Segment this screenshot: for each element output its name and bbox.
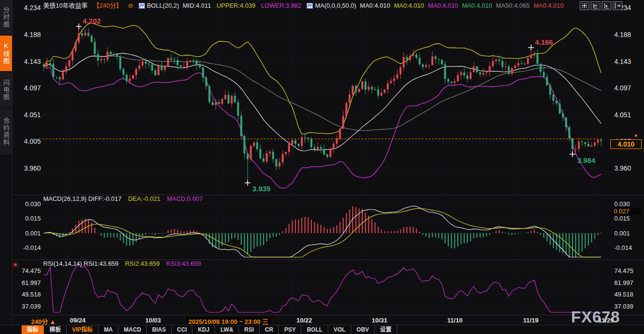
candle-body bbox=[438, 59, 440, 60]
candle-body bbox=[524, 64, 525, 64]
candle-body bbox=[352, 86, 354, 95]
period-badge[interactable]: 【240分】 bbox=[93, 2, 122, 9]
boll-indicator-icon[interactable] bbox=[139, 3, 145, 9]
candle-body bbox=[170, 58, 172, 60]
move-tool-icon[interactable] bbox=[580, 1, 589, 10]
high-annotation: 4.202 bbox=[83, 17, 101, 25]
ma-value-1: MA0:4.010 bbox=[360, 2, 390, 9]
toolbar-tab-RSI[interactable]: RSI bbox=[239, 325, 260, 334]
sidebar-tab-1[interactable]: 分时图 bbox=[0, 0, 12, 35]
candle-body bbox=[431, 56, 433, 65]
candle-body bbox=[212, 102, 214, 105]
candle-body bbox=[275, 159, 277, 167]
candle-body bbox=[78, 33, 80, 42]
rsi-axis-label-left: 37.039 bbox=[22, 303, 41, 310]
candle-body bbox=[75, 42, 77, 51]
candle-body bbox=[227, 95, 229, 104]
macd-axis-label-left: 0.001 bbox=[25, 230, 41, 237]
price-axis-label-left: 4.051 bbox=[24, 111, 41, 119]
toolbar-tab-KDJ[interactable]: KDJ bbox=[192, 325, 215, 334]
candle-body bbox=[597, 140, 599, 143]
boll-name: BOLL(20,2) bbox=[147, 2, 179, 9]
candle-body bbox=[65, 66, 67, 72]
price-axis-label-right: 4.188 bbox=[614, 31, 631, 38]
sidebar-tab-3[interactable]: 闪电图 bbox=[0, 72, 12, 108]
sidebar-tab-4[interactable]: 合约资料 bbox=[0, 109, 12, 155]
playback-window-icon[interactable] bbox=[602, 1, 611, 10]
toolbar-tab-指标[interactable]: 指标 bbox=[22, 325, 44, 334]
candle-body bbox=[46, 63, 48, 67]
sidebar-tab-2[interactable]: K线图 bbox=[0, 36, 12, 71]
exit-window-icon[interactable] bbox=[613, 1, 622, 10]
candle-body bbox=[600, 140, 602, 141]
candle-body bbox=[122, 69, 124, 75]
toolbar-tab-VIP指标[interactable]: VIP指标 bbox=[67, 325, 98, 334]
candle-body bbox=[361, 82, 363, 89]
candle-body bbox=[278, 162, 280, 167]
candle-body bbox=[489, 66, 490, 72]
candle-body bbox=[358, 89, 360, 92]
price-axis-label-left: 4.188 bbox=[24, 31, 41, 38]
ma-value-6: MA0:4.010 bbox=[534, 2, 564, 9]
indicator-window-icon[interactable] bbox=[591, 1, 600, 10]
candle-body bbox=[409, 56, 411, 60]
candle-body bbox=[498, 60, 500, 61]
candle-body bbox=[87, 33, 89, 36]
candle-body bbox=[84, 33, 86, 36]
candle-body bbox=[148, 64, 150, 65]
candle-body bbox=[173, 60, 175, 60]
candle-body bbox=[466, 75, 468, 79]
candle-body bbox=[460, 73, 462, 75]
macd-axis-label-left: 0.030 bbox=[25, 200, 41, 208]
toolbar-tab-PSY[interactable]: PSY bbox=[279, 325, 301, 334]
price-axis-label-left: 3.960 bbox=[24, 164, 41, 172]
candle-body bbox=[262, 159, 264, 162]
chart-header: 美债10年收益率 【240分】 ⊖ BOLL(20,2) MID:4.011 U… bbox=[43, 1, 572, 11]
rsi-line bbox=[44, 264, 601, 312]
candle-body bbox=[180, 65, 182, 67]
candle-body bbox=[317, 147, 319, 149]
candle-body bbox=[463, 73, 465, 75]
collapse-icon[interactable]: ⊖ bbox=[128, 2, 133, 9]
toolbar-tab-设置[interactable]: 设置 bbox=[375, 325, 397, 334]
watermark: FX678 bbox=[571, 308, 620, 326]
toolbar-tab-VOL[interactable]: VOL bbox=[328, 325, 351, 334]
toolbar-tab-OBV[interactable]: OBV bbox=[351, 325, 375, 334]
candle-body bbox=[501, 61, 503, 67]
candle-body bbox=[295, 140, 297, 144]
candle-body bbox=[298, 144, 299, 146]
toolbar-tab-MACD[interactable]: MACD bbox=[119, 325, 147, 334]
candle-body bbox=[240, 116, 242, 136]
candle-body bbox=[243, 136, 245, 153]
sidebar: 分时图K线图闪电图合约资料 bbox=[0, 0, 12, 334]
ma-indicator-icon[interactable] bbox=[307, 3, 313, 9]
price-axis-label-left: 4.005 bbox=[24, 137, 41, 145]
candle-body bbox=[266, 153, 268, 161]
toolbar-tab-CCI[interactable]: CCI bbox=[172, 325, 193, 334]
candle-body bbox=[377, 89, 379, 96]
candle-body bbox=[540, 64, 542, 72]
candle-body bbox=[533, 54, 535, 56]
candle-body bbox=[412, 54, 414, 56]
candle-body bbox=[482, 73, 484, 74]
candle-body bbox=[492, 61, 494, 66]
window-controls bbox=[580, 1, 622, 10]
toolbar-tab-BIAS[interactable]: BIAS bbox=[147, 325, 172, 334]
toolbar-tab-MA[interactable]: MA bbox=[98, 325, 119, 334]
candle-body bbox=[313, 148, 315, 149]
live-indicator-icon bbox=[12, 262, 18, 268]
rsi-name: RSI(14,14,14) RSI1:43.659 bbox=[43, 260, 119, 267]
crosshair-marker bbox=[528, 45, 534, 50]
toolbar-tab-BOLL[interactable]: BOLL bbox=[301, 325, 328, 334]
candle-body bbox=[52, 64, 54, 77]
macd-current-value-badge: 0.027 bbox=[612, 208, 641, 215]
candle-body bbox=[581, 141, 583, 142]
candle-body bbox=[371, 87, 373, 89]
candle-body bbox=[192, 61, 194, 61]
toolbar-tab-LW&[interactable]: LW& bbox=[215, 325, 239, 334]
candle-body bbox=[527, 58, 529, 64]
toolbar-tab-模板[interactable]: 模板 bbox=[44, 325, 67, 334]
candle-body bbox=[157, 66, 159, 75]
toolbar-tab-CR[interactable]: CR bbox=[260, 325, 279, 334]
ma-value-4: MA0:4.010 bbox=[462, 2, 492, 9]
